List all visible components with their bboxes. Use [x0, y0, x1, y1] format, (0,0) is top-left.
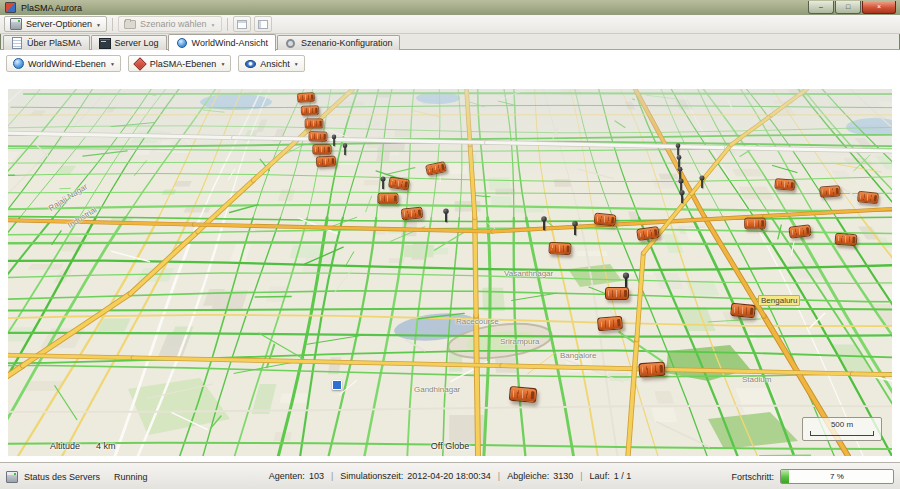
- globe-icon: [176, 37, 188, 49]
- view-button[interactable]: Ansicht ▼: [238, 55, 304, 72]
- map-place-label: Industrial: [66, 205, 98, 230]
- bus-icon[interactable]: [744, 218, 766, 230]
- progress-text: 7 %: [781, 470, 893, 483]
- map-pin-icon[interactable]: [574, 226, 576, 235]
- server-status-value: Running: [114, 472, 148, 482]
- scale-text: 500 m: [810, 420, 874, 429]
- status-metric: Simulationszeit:2012-04-20 18:00:34: [340, 471, 491, 481]
- bus-icon[interactable]: [788, 224, 811, 238]
- tab-szenario-konfiguration[interactable]: Szenario-Konfiguration: [277, 35, 401, 50]
- map-pin-icon[interactable]: [333, 138, 335, 146]
- scenario-select-button[interactable]: Szenario wählen ▼: [118, 16, 222, 32]
- metric-label: Simulationszeit:: [340, 471, 403, 481]
- bus-icon[interactable]: [597, 316, 623, 332]
- bus-icon[interactable]: [297, 92, 315, 103]
- bus-icon[interactable]: [638, 361, 665, 377]
- map-toolbar: WorldWind-Ebenen ▼ PlaSMA-Ebenen ▼ Ansic…: [6, 55, 305, 72]
- document-icon: [11, 37, 23, 49]
- server-status-label: Status des Servers: [24, 472, 100, 482]
- map-place-label: Vasanthnagar: [504, 269, 553, 278]
- metric-separator: |: [331, 471, 333, 481]
- panel-icon: [237, 20, 247, 29]
- status-metric: Abgleiche:3130: [507, 471, 573, 481]
- tab-label: Server Log: [115, 38, 159, 48]
- bus-icon[interactable]: [401, 207, 423, 221]
- minimize-button[interactable]: –: [808, 1, 834, 14]
- tab-label: Über PlaSMA: [27, 38, 82, 48]
- map-place-label: Bangalore: [560, 351, 596, 360]
- bus-icon[interactable]: [594, 213, 617, 227]
- tab-worldwind-ansicht[interactable]: WorldWind-Ansicht: [168, 34, 276, 51]
- bus-icon[interactable]: [308, 131, 327, 142]
- scale-bar: 500 m: [802, 417, 882, 441]
- bus-icon[interactable]: [605, 287, 629, 300]
- close-button[interactable]: ×: [862, 1, 896, 14]
- metric-label: Lauf:: [590, 471, 610, 481]
- status-metric: Lauf:1 / 1: [590, 471, 632, 481]
- altitude-label: Altitude: [50, 441, 80, 451]
- bus-icon[interactable]: [819, 185, 840, 198]
- progress-bar: 7 %: [780, 469, 894, 484]
- bus-icon[interactable]: [378, 193, 399, 204]
- map-place-label: Rajaji Nagar: [47, 182, 89, 213]
- tab-label: WorldWind-Ansicht: [192, 38, 268, 48]
- bus-icon[interactable]: [301, 105, 319, 115]
- worldwind-layers-button[interactable]: WorldWind-Ebenen ▼: [6, 55, 121, 72]
- globe-status: Off Globe: [431, 441, 469, 451]
- bus-icon[interactable]: [774, 178, 795, 191]
- bus-icon[interactable]: [857, 191, 879, 204]
- window-controls: – □ ×: [808, 1, 896, 14]
- bus-icon[interactable]: [509, 386, 538, 403]
- metric-value: 1 / 1: [614, 471, 632, 481]
- bus-icon[interactable]: [305, 118, 323, 128]
- map-pin-icon[interactable]: [681, 194, 683, 203]
- altitude-value: 4 km: [96, 441, 116, 451]
- bus-icon[interactable]: [730, 303, 756, 319]
- toolbar-separator: [227, 18, 228, 31]
- server-options-button[interactable]: Server-Optionen ▼: [4, 16, 107, 32]
- metric-separator: |: [498, 471, 500, 481]
- tab-ueber-plasma[interactable]: Über PlaSMA: [3, 35, 90, 50]
- gear-icon: [285, 37, 297, 49]
- console-icon: [99, 37, 111, 49]
- bus-icon[interactable]: [636, 226, 660, 241]
- bus-icon[interactable]: [312, 144, 331, 154]
- plasma-layers-button[interactable]: PlaSMA-Ebenen ▼: [128, 55, 232, 72]
- bus-icon[interactable]: [388, 177, 410, 191]
- tab-bar: Über PlaSMA Server Log WorldWind-Ansicht…: [0, 33, 900, 50]
- toolbar-panel-button[interactable]: [233, 16, 251, 32]
- tab-server-log[interactable]: Server Log: [91, 35, 167, 50]
- map-pin-icon[interactable]: [382, 181, 384, 189]
- status-bar: Status des Servers Running Agenten:103|S…: [0, 462, 900, 489]
- map-poi-icon[interactable]: [332, 380, 342, 390]
- scenario-select-label: Szenario wählen: [140, 19, 207, 29]
- toolbar-layout-button[interactable]: [254, 16, 272, 32]
- maximize-button[interactable]: □: [835, 1, 861, 14]
- layers-icon: [134, 58, 146, 70]
- scale-line: [810, 431, 874, 436]
- chevron-down-icon: ▼: [294, 62, 299, 67]
- server-status: Status des Servers Running: [6, 471, 148, 483]
- map-pin-icon[interactable]: [445, 213, 447, 222]
- status-metrics: Agenten:103|Simulationszeit:2012-04-20 1…: [269, 471, 631, 481]
- window-title: PlaSMA Aurora: [21, 3, 808, 13]
- layout-icon: [258, 20, 268, 29]
- map-pin-icon[interactable]: [543, 221, 545, 230]
- tab-label: Szenario-Konfiguration: [301, 38, 393, 48]
- bus-icon[interactable]: [316, 156, 336, 168]
- bus-icon[interactable]: [425, 161, 447, 176]
- titlebar: PlaSMA Aurora – □ ×: [0, 0, 900, 16]
- map-pin-icon[interactable]: [344, 147, 346, 155]
- altitude-indicator: Altitude 4 km: [50, 441, 116, 451]
- bus-icon[interactable]: [548, 242, 571, 255]
- map-pin-icon[interactable]: [701, 180, 703, 188]
- map-viewport[interactable]: RacecourseGandhinagarBangaloreSrirampura…: [8, 89, 892, 456]
- chevron-down-icon: ▼: [110, 62, 115, 67]
- metric-value: 103: [309, 471, 324, 481]
- map-pin-icon[interactable]: [677, 147, 679, 155]
- chevron-down-icon: ▼: [211, 23, 216, 28]
- map-place-label: Gandhinagar: [414, 385, 460, 394]
- bus-icon[interactable]: [835, 233, 858, 246]
- map-overlay: RacecourseGandhinagarBangaloreSrirampura…: [8, 89, 892, 456]
- metric-label: Abgleiche:: [507, 471, 549, 481]
